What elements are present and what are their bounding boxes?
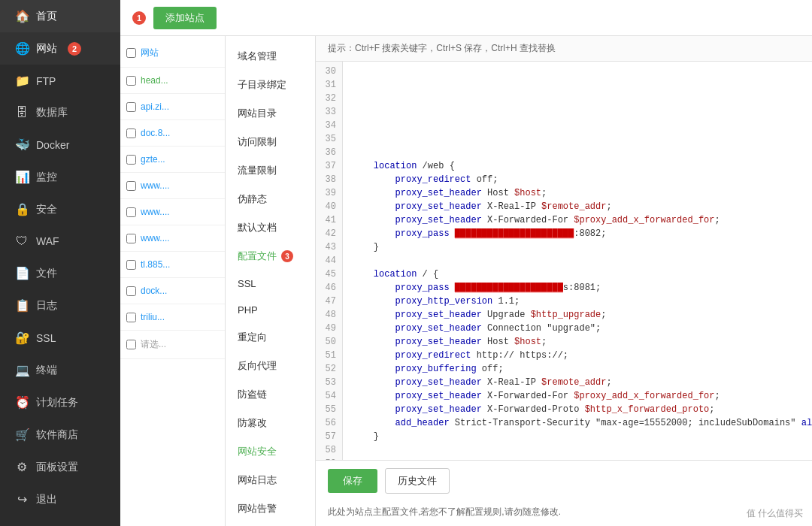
website-badge: 2 [68, 42, 81, 56]
site-name: doc.8... [141, 128, 170, 138]
line-numbers: 3031323334 3536373839 4041424344 4546474… [316, 62, 343, 460]
security-icon: 🔒 [15, 202, 29, 216]
editor-hint: 提示：Ctrl+F 搜索关键字，Ctrl+S 保存，Ctrl+H 查找替换 [316, 36, 812, 62]
sidebar-item-website[interactable]: 🌐 网站 2 [0, 32, 120, 65]
home-icon: 🏠 [15, 9, 29, 23]
list-item[interactable]: gzte... [120, 147, 225, 173]
list-item[interactable]: tl.885... [120, 252, 225, 278]
menu-item-access[interactable]: 访问限制 [226, 128, 315, 156]
site-checkbox[interactable] [126, 76, 136, 86]
sidebar-item-files[interactable]: 📄 文件 [0, 257, 120, 289]
settings-icon: ⚙ [15, 460, 29, 474]
site-checkbox[interactable] [126, 48, 136, 58]
sidebar-item-appstore[interactable]: 🛒 软件商店 [0, 419, 120, 451]
content-area: 网站 head... api.zi... doc.8... gzte... ww… [120, 36, 812, 526]
list-item[interactable]: api.zi... [120, 94, 225, 120]
ssl-icon: 🔐 [15, 331, 29, 345]
ftp-icon: 📁 [15, 74, 29, 88]
list-item[interactable]: 请选... [120, 331, 225, 359]
sidebar-item-home[interactable]: 🏠 首页 [0, 0, 120, 32]
logout-icon: ↪ [15, 492, 29, 506]
sidebar-item-panelsettings[interactable]: ⚙ 面板设置 [0, 451, 120, 483]
menu-item-sitedir[interactable]: 网站目录 [226, 99, 315, 128]
menu-item-redirect[interactable]: 重定向 [226, 323, 315, 352]
menu-item-hotlink[interactable]: 防盗链 [226, 380, 315, 409]
code-editor[interactable]: 3031323334 3536373839 4041424344 4546474… [316, 62, 812, 460]
menu-item-ratelimit[interactable]: 流量限制 [226, 156, 315, 185]
sidebar-item-logout[interactable]: ↪ 退出 [0, 483, 120, 515]
sidebar-label-website: 网站 [36, 42, 57, 56]
menu-item-weblog[interactable]: 网站日志 [226, 466, 315, 494]
sidebar-label-logs: 日志 [36, 299, 57, 313]
menu-item-tamper[interactable]: 防篡改 [226, 409, 315, 437]
menu-item-ssl[interactable]: SSL [226, 271, 315, 297]
code-text[interactable]: location /web { proxy_redirect off; prox… [343, 62, 812, 460]
sidebar-label-ssl: SSL [36, 332, 56, 344]
sidebar-label-panelsettings: 面板设置 [36, 461, 78, 474]
sidebar-item-database[interactable]: 🗄 数据库 [0, 97, 120, 128]
list-item[interactable]: www.... [120, 173, 225, 199]
menu-item-default[interactable]: 默认文档 [226, 213, 315, 242]
menu-item-websec[interactable]: 网站安全 [226, 437, 315, 466]
add-site-button[interactable]: 添加站点 [153, 7, 217, 29]
menu-item-static[interactable]: 伪静态 [226, 185, 315, 213]
site-name: 网站 [141, 47, 159, 59]
editor-footer: 保存 历史文件 [316, 460, 812, 501]
site-checkbox[interactable] [126, 313, 136, 322]
sidebar-item-ftp[interactable]: 📁 FTP [0, 65, 120, 97]
site-checkbox[interactable] [126, 286, 136, 296]
site-checkbox[interactable] [126, 207, 136, 217]
menu-item-domain[interactable]: 域名管理 [226, 42, 315, 71]
site-checkbox[interactable] [126, 128, 136, 138]
site-checkbox[interactable] [126, 102, 136, 112]
terminal-icon: 💻 [15, 363, 29, 377]
menu-item-config[interactable]: 配置文件 3 [226, 242, 315, 271]
editor-note: 此处为站点主配置文件,若您不了解配置规则,请勿随意修改. [316, 501, 812, 526]
menu-item-other[interactable]: 其他设置 [226, 523, 315, 526]
menu-item-proxy[interactable]: 反向代理 [226, 352, 315, 380]
sidebar-item-cron[interactable]: ⏰ 计划任务 [0, 386, 120, 419]
site-name: www.... [141, 180, 170, 191]
sidebar-item-monitor[interactable]: 📊 监控 [0, 161, 120, 193]
list-item[interactable]: triliu... [120, 304, 225, 331]
sidebar-item-docker[interactable]: 🐳 Docker [0, 128, 120, 161]
sidebar-label-docker: Docker [36, 139, 69, 151]
site-name: api.zi... [141, 101, 169, 112]
site-name: gzte... [141, 154, 165, 165]
sidebar-item-waf[interactable]: 🛡 WAF [0, 225, 120, 257]
save-button[interactable]: 保存 [328, 469, 377, 493]
history-button[interactable]: 历史文件 [385, 468, 450, 494]
sidebar-item-terminal[interactable]: 💻 终端 [0, 354, 120, 386]
list-item[interactable]: head... [120, 68, 225, 94]
sidebar-label-cron: 计划任务 [36, 396, 78, 410]
sidebar-label-files: 文件 [36, 267, 57, 280]
site-checkbox[interactable] [126, 340, 136, 349]
list-item[interactable]: www.... [120, 225, 225, 252]
sidebar-label-security: 安全 [36, 203, 57, 216]
site-checkbox[interactable] [126, 155, 136, 165]
site-list-panel: 网站 head... api.zi... doc.8... gzte... ww… [120, 36, 226, 526]
site-checkbox[interactable] [126, 260, 136, 270]
site-checkbox[interactable] [126, 234, 136, 243]
sidebar-item-security[interactable]: 🔒 安全 [0, 193, 120, 225]
list-item[interactable]: doc.8... [120, 120, 225, 147]
sidebar-item-logs[interactable]: 📋 日志 [0, 289, 120, 322]
menu-item-php[interactable]: PHP [226, 297, 315, 323]
main-content: 1 添加站点 网站 head... api.zi... doc.8... [120, 0, 812, 526]
badge-1: 1 [132, 11, 146, 25]
editor-panel: 提示：Ctrl+F 搜索关键字，Ctrl+S 保存，Ctrl+H 查找替换 30… [316, 36, 812, 526]
waf-icon: 🛡 [15, 234, 29, 248]
database-icon: 🗄 [15, 106, 29, 119]
sidebar: 🏠 首页 🌐 网站 2 📁 FTP 🗄 数据库 🐳 Docker 📊 监控 🔒 … [0, 0, 120, 526]
monitor-icon: 📊 [15, 170, 29, 184]
site-checkbox[interactable] [126, 181, 136, 191]
config-badge: 3 [281, 250, 293, 262]
menu-item-webalert[interactable]: 网站告警 [226, 494, 315, 523]
list-item[interactable]: dock... [120, 278, 225, 304]
menu-item-subdir[interactable]: 子目录绑定 [226, 71, 315, 99]
list-item[interactable]: www.... [120, 199, 225, 225]
site-name: head... [141, 75, 168, 86]
sidebar-item-ssl[interactable]: 🔐 SSL [0, 322, 120, 354]
list-item[interactable]: 网站 [120, 39, 225, 68]
topbar: 1 添加站点 [120, 0, 812, 36]
